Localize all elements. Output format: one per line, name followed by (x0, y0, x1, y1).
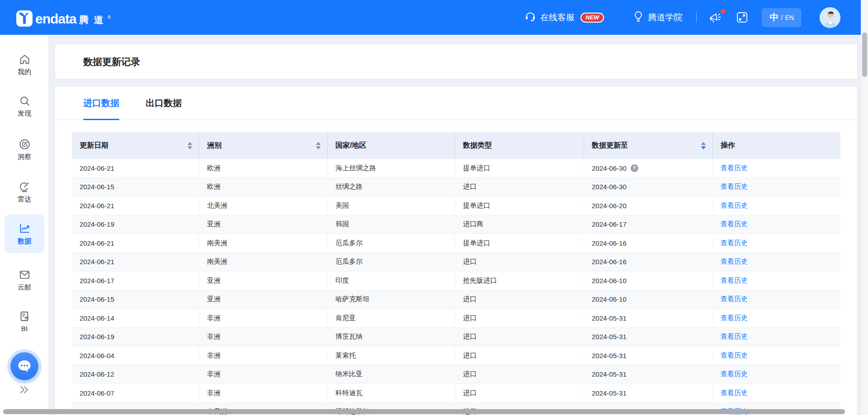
sort-control[interactable] (316, 142, 321, 149)
cell-action: 查看历史 (713, 346, 840, 365)
horizontal-scrollbar-thumb[interactable] (3, 409, 845, 414)
sidebar-item-discover[interactable]: 发现 (0, 95, 49, 118)
cell-continent: 欧洲 (199, 178, 328, 196)
view-history-link[interactable]: 查看历史 (721, 182, 748, 191)
view-history-link[interactable]: 查看历史 (721, 295, 748, 303)
cell-update-date: 2024-06-21 (72, 159, 199, 177)
sort-control[interactable] (188, 142, 192, 149)
notification-dot (721, 9, 725, 14)
online-service-button[interactable]: 在线客服 NEW (524, 10, 604, 24)
table-row: 2024-06-19非洲博茨瓦纳进口2024-05-31查看历史 (72, 328, 840, 347)
language-toggle[interactable]: 中 / EN (762, 8, 802, 27)
new-badge: NEW (580, 13, 604, 23)
academy-button[interactable]: 腾道学院 (633, 10, 682, 24)
chat-fab-button[interactable] (10, 352, 38, 380)
cell-action: 查看历史 (713, 253, 840, 271)
sidebar-item-data[interactable]: 数据 (5, 214, 44, 253)
cell-update-date: 2024-06-12 (72, 365, 199, 384)
column-header-1[interactable]: 更新日期 (72, 132, 199, 159)
tab-export-data[interactable]: 出口数据 (146, 87, 182, 120)
logo-wordmark: endata (35, 11, 76, 27)
view-history-link[interactable]: 查看历史 (721, 370, 748, 378)
sidebar-item-mail[interactable]: 云邮 (0, 269, 49, 292)
view-history-link[interactable]: 查看历史 (721, 201, 748, 210)
tab-import-data[interactable]: 进口数据 (83, 87, 119, 120)
sidebar-item-label: BI (21, 325, 28, 332)
cell-action: 查看历史 (713, 384, 840, 402)
view-history-link[interactable]: 查看历史 (721, 164, 748, 173)
view-history-link[interactable]: 查看历史 (721, 351, 748, 360)
view-history-link[interactable]: 查看历史 (721, 276, 748, 285)
svg-text:BI: BI (24, 316, 28, 320)
sort-descending-icon[interactable] (316, 146, 321, 149)
view-history-link[interactable]: 查看历史 (721, 239, 748, 247)
view-history-link[interactable]: 查看历史 (721, 257, 748, 266)
sidebar-item-home[interactable]: 我的 (0, 53, 49, 76)
cell-action: 查看历史 (713, 215, 840, 234)
cell-continent: 非洲 (199, 384, 328, 402)
cell-updated-to: 2024-06-10 (584, 271, 713, 290)
headset-icon (524, 10, 536, 24)
cell-continent: 北美洲 (199, 196, 328, 215)
column-header-5[interactable]: 数据更新至 (584, 132, 713, 159)
cell-country-region: 肯尼亚 (328, 309, 455, 327)
view-history-link[interactable]: 查看历史 (721, 389, 748, 397)
sidebar-item-label: 洞察 (18, 153, 31, 161)
cell-action: 查看历史 (713, 178, 840, 196)
cell-action: 查看历史 (713, 365, 840, 384)
table-row: 2024-06-19亚洲韩国进口商2024-06-17查看历史 (72, 215, 840, 234)
vertical-scrollbar[interactable] (861, 0, 868, 415)
updated-to-date: 2024-05-31 (592, 333, 627, 340)
table-row: 2024-06-07非洲科特迪瓦进口2024-05-31查看历史 (72, 384, 840, 403)
cell-update-date: 2024-06-17 (72, 271, 199, 290)
bi-icon: BI (19, 310, 31, 322)
double-chevron-right-icon (19, 385, 30, 395)
sidebar-collapse-button[interactable] (0, 385, 49, 395)
user-avatar[interactable] (820, 7, 840, 28)
logo-leaf-icon (16, 10, 33, 27)
cell-country-region: 美国 (328, 196, 455, 215)
help-icon[interactable]: ? (631, 164, 638, 172)
view-history-link[interactable]: 查看历史 (721, 314, 748, 322)
cell-data-type: 进口 (455, 309, 584, 327)
cell-continent: 亚洲 (199, 271, 328, 290)
cell-country-region: 印度 (328, 271, 455, 290)
cell-data-type: 进口 (455, 384, 584, 402)
language-alternate: EN (785, 14, 794, 21)
cell-updated-to: 2024-06-16 (584, 253, 713, 271)
sort-ascending-icon[interactable] (316, 142, 321, 145)
cell-action: 查看历史 (713, 309, 840, 327)
announcement-button[interactable] (709, 11, 722, 24)
cell-continent: 南美洲 (199, 234, 328, 252)
sidebar-item-radar[interactable]: 雷达 (0, 181, 49, 204)
cell-action: 查看历史 (713, 196, 840, 215)
cell-updated-to: 2024-05-31 (584, 365, 713, 384)
cell-continent: 欧洲 (199, 159, 328, 177)
table-body: 2024-06-21欧洲海上丝绸之路提单进口2024-06-30?查看历史202… (72, 159, 840, 415)
view-history-link[interactable]: 查看历史 (721, 220, 748, 228)
sort-descending-icon[interactable] (188, 146, 192, 149)
sidebar-item-bi[interactable]: BI BI (0, 310, 49, 332)
sidebar-item-insight[interactable]: 洞察 (0, 138, 49, 161)
cell-updated-to: 2024-05-31 (584, 346, 713, 365)
online-service-label: 在线客服 (540, 12, 575, 23)
cell-data-type: 进口 (455, 178, 584, 196)
cell-action: 查看历史 (713, 290, 840, 309)
sort-ascending-icon[interactable] (188, 142, 192, 145)
sort-descending-icon[interactable] (701, 146, 706, 149)
cell-country-region: 韩国 (328, 215, 455, 234)
vertical-scrollbar-thumb[interactable] (862, 33, 867, 77)
cell-country-region: 科特迪瓦 (328, 384, 455, 402)
fullscreen-button[interactable] (736, 11, 748, 23)
bulb-icon (633, 10, 644, 24)
cell-country-region: 莱索托 (328, 346, 455, 365)
tendata-logo[interactable]: endata 腾 道 ® (16, 9, 111, 27)
cell-updated-to: 2024-06-20 (584, 196, 713, 215)
view-history-link[interactable]: 查看历史 (721, 332, 748, 341)
column-header-2[interactable]: 洲别 (199, 132, 328, 159)
updated-to-date: 2024-06-10 (592, 277, 627, 284)
sort-ascending-icon[interactable] (701, 142, 706, 145)
page-title-card: 数据更新记录 (55, 44, 857, 79)
cell-updated-to: 2024-06-10 (584, 290, 713, 309)
sort-control[interactable] (701, 142, 706, 149)
